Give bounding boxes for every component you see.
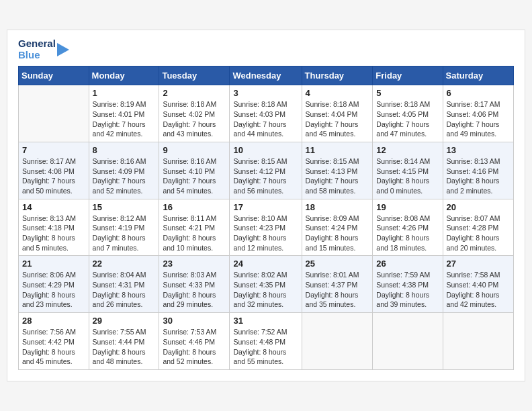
week-row-3: 14Sunrise: 8:13 AMSunset: 4:18 PMDayligh…	[19, 199, 514, 256]
calendar-cell: 19Sunrise: 8:08 AMSunset: 4:26 PMDayligh…	[373, 199, 443, 256]
day-number: 20	[447, 202, 510, 212]
day-info: Sunrise: 8:02 AMSunset: 4:35 PMDaylight:…	[233, 270, 298, 310]
day-info: Sunrise: 8:01 AMSunset: 4:37 PMDaylight:…	[306, 270, 369, 310]
calendar-cell: 9Sunrise: 8:16 AMSunset: 4:10 PMDaylight…	[159, 142, 230, 199]
calendar-cell: 16Sunrise: 8:11 AMSunset: 4:21 PMDayligh…	[159, 199, 230, 256]
day-info: Sunrise: 8:08 AMSunset: 4:26 PMDaylight:…	[376, 214, 439, 253]
day-number: 23	[163, 259, 226, 269]
calendar-cell: 17Sunrise: 8:10 AMSunset: 4:23 PMDayligh…	[230, 199, 302, 256]
day-number: 19	[376, 202, 439, 212]
calendar-cell: 29Sunrise: 7:55 AMSunset: 4:44 PMDayligh…	[89, 313, 159, 370]
day-info: Sunrise: 8:16 AMSunset: 4:10 PMDaylight:…	[163, 156, 226, 196]
calendar-cell: 5Sunrise: 8:18 AMSunset: 4:05 PMDaylight…	[373, 85, 443, 142]
day-number: 9	[163, 145, 226, 155]
day-info: Sunrise: 8:12 AMSunset: 4:19 PMDaylight:…	[93, 214, 156, 253]
calendar-cell	[443, 313, 513, 370]
day-info: Sunrise: 8:18 AMSunset: 4:02 PMDaylight:…	[163, 99, 226, 139]
day-info: Sunrise: 8:13 AMSunset: 4:16 PMDaylight:…	[447, 156, 510, 196]
week-row-5: 28Sunrise: 7:56 AMSunset: 4:42 PMDayligh…	[19, 313, 514, 370]
calendar-table: SundayMondayTuesdayWednesdayThursdayFrid…	[18, 66, 514, 370]
day-info: Sunrise: 8:04 AMSunset: 4:31 PMDaylight:…	[93, 270, 156, 310]
day-info: Sunrise: 8:13 AMSunset: 4:18 PMDaylight:…	[22, 214, 85, 253]
calendar-cell: 13Sunrise: 8:13 AMSunset: 4:16 PMDayligh…	[443, 142, 513, 199]
day-info: Sunrise: 8:18 AMSunset: 4:04 PMDaylight:…	[306, 99, 369, 139]
calendar-cell: 1Sunrise: 8:19 AMSunset: 4:01 PMDaylight…	[89, 85, 159, 142]
day-info: Sunrise: 7:53 AMSunset: 4:46 PMDaylight:…	[163, 327, 226, 367]
logo: General Blue	[18, 38, 72, 60]
weekday-header-sunday: Sunday	[19, 66, 89, 85]
weekday-header-row: SundayMondayTuesdayWednesdayThursdayFrid…	[19, 66, 514, 85]
day-number: 24	[233, 259, 298, 269]
day-number: 21	[22, 259, 85, 269]
day-info: Sunrise: 8:09 AMSunset: 4:24 PMDaylight:…	[306, 214, 369, 253]
calendar-cell: 25Sunrise: 8:01 AMSunset: 4:37 PMDayligh…	[302, 256, 373, 313]
day-info: Sunrise: 8:10 AMSunset: 4:23 PMDaylight:…	[233, 214, 298, 253]
day-info: Sunrise: 8:18 AMSunset: 4:03 PMDaylight:…	[233, 99, 298, 139]
logo-blue: Blue	[18, 50, 56, 61]
day-number: 1	[93, 88, 156, 98]
day-number: 29	[93, 316, 156, 326]
calendar-cell: 11Sunrise: 8:15 AMSunset: 4:13 PMDayligh…	[302, 142, 373, 199]
calendar-header: General Blue	[18, 38, 514, 60]
day-info: Sunrise: 8:16 AMSunset: 4:09 PMDaylight:…	[93, 156, 156, 196]
weekday-header-thursday: Thursday	[302, 66, 373, 85]
weekday-header-friday: Friday	[373, 66, 443, 85]
day-info: Sunrise: 7:55 AMSunset: 4:44 PMDaylight:…	[93, 327, 156, 367]
calendar-cell: 2Sunrise: 8:18 AMSunset: 4:02 PMDaylight…	[159, 85, 230, 142]
day-info: Sunrise: 8:17 AMSunset: 4:06 PMDaylight:…	[447, 99, 510, 139]
calendar-cell: 31Sunrise: 7:52 AMSunset: 4:48 PMDayligh…	[230, 313, 302, 370]
calendar-cell: 20Sunrise: 8:07 AMSunset: 4:28 PMDayligh…	[443, 199, 513, 256]
day-number: 5	[376, 88, 439, 98]
day-info: Sunrise: 8:15 AMSunset: 4:13 PMDaylight:…	[306, 156, 369, 196]
day-info: Sunrise: 8:03 AMSunset: 4:33 PMDaylight:…	[163, 270, 226, 310]
weekday-header-monday: Monday	[89, 66, 159, 85]
day-number: 15	[93, 202, 156, 212]
week-row-2: 7Sunrise: 8:17 AMSunset: 4:08 PMDaylight…	[19, 142, 514, 199]
day-number: 16	[163, 202, 226, 212]
day-info: Sunrise: 8:17 AMSunset: 4:08 PMDaylight:…	[22, 156, 85, 196]
day-number: 6	[447, 88, 510, 98]
day-info: Sunrise: 8:06 AMSunset: 4:29 PMDaylight:…	[22, 270, 85, 310]
day-info: Sunrise: 7:58 AMSunset: 4:40 PMDaylight:…	[447, 270, 510, 310]
day-number: 27	[447, 259, 510, 269]
calendar-cell: 24Sunrise: 8:02 AMSunset: 4:35 PMDayligh…	[230, 256, 302, 313]
weekday-header-tuesday: Tuesday	[159, 66, 230, 85]
calendar-cell	[302, 313, 373, 370]
day-number: 22	[93, 259, 156, 269]
day-number: 10	[233, 145, 298, 155]
day-number: 7	[22, 145, 85, 155]
calendar-cell: 23Sunrise: 8:03 AMSunset: 4:33 PMDayligh…	[159, 256, 230, 313]
calendar-cell: 10Sunrise: 8:15 AMSunset: 4:12 PMDayligh…	[230, 142, 302, 199]
weekday-header-saturday: Saturday	[443, 66, 513, 85]
calendar-cell: 21Sunrise: 8:06 AMSunset: 4:29 PMDayligh…	[19, 256, 89, 313]
day-number: 14	[22, 202, 85, 212]
weekday-header-wednesday: Wednesday	[230, 66, 302, 85]
logo-general: General	[18, 38, 56, 50]
day-number: 28	[22, 316, 85, 326]
day-info: Sunrise: 8:15 AMSunset: 4:12 PMDaylight:…	[233, 156, 298, 196]
calendar-cell: 6Sunrise: 8:17 AMSunset: 4:06 PMDaylight…	[443, 85, 513, 142]
day-info: Sunrise: 7:59 AMSunset: 4:38 PMDaylight:…	[376, 270, 439, 310]
calendar-cell: 28Sunrise: 7:56 AMSunset: 4:42 PMDayligh…	[19, 313, 89, 370]
calendar-cell	[373, 313, 443, 370]
calendar-cell: 12Sunrise: 8:14 AMSunset: 4:15 PMDayligh…	[373, 142, 443, 199]
calendar-cell: 8Sunrise: 8:16 AMSunset: 4:09 PMDaylight…	[89, 142, 159, 199]
day-number: 17	[233, 202, 298, 212]
week-row-4: 21Sunrise: 8:06 AMSunset: 4:29 PMDayligh…	[19, 256, 514, 313]
day-info: Sunrise: 8:19 AMSunset: 4:01 PMDaylight:…	[93, 99, 156, 139]
calendar-cell: 4Sunrise: 8:18 AMSunset: 4:04 PMDaylight…	[302, 85, 373, 142]
calendar-container: General Blue SundayMondayTuesdayWednesda…	[7, 30, 525, 381]
day-info: Sunrise: 8:07 AMSunset: 4:28 PMDaylight:…	[447, 214, 510, 253]
calendar-cell: 18Sunrise: 8:09 AMSunset: 4:24 PMDayligh…	[302, 199, 373, 256]
logo-triangle-icon	[57, 40, 72, 60]
day-number: 25	[306, 259, 369, 269]
day-number: 3	[233, 88, 298, 98]
calendar-cell	[19, 85, 89, 142]
calendar-cell: 26Sunrise: 7:59 AMSunset: 4:38 PMDayligh…	[373, 256, 443, 313]
calendar-cell: 30Sunrise: 7:53 AMSunset: 4:46 PMDayligh…	[159, 313, 230, 370]
day-number: 12	[376, 145, 439, 155]
day-number: 31	[233, 316, 298, 326]
day-number: 26	[376, 259, 439, 269]
day-info: Sunrise: 8:18 AMSunset: 4:05 PMDaylight:…	[376, 99, 439, 139]
day-number: 18	[306, 202, 369, 212]
